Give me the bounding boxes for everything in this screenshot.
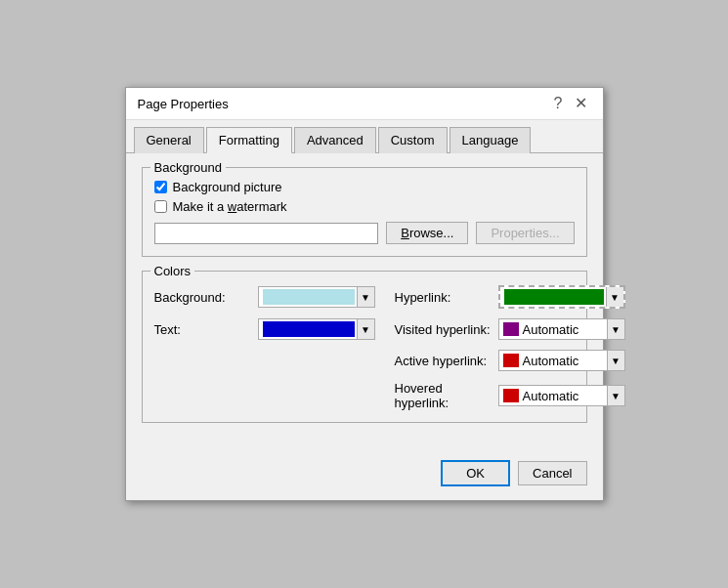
hovered-hyperlink-select[interactable]: Automatic ▼ [498, 385, 625, 406]
background-picture-label[interactable]: Background picture [173, 180, 282, 194]
title-bar: Page Properties ? ✕ [126, 88, 603, 120]
browse-button[interactable]: Browse... [386, 222, 468, 244]
file-row: Browse... Properties... [154, 222, 575, 244]
colors-grid: Background: ▼ Hyperlink: ▼ Tex [154, 285, 575, 410]
dialog-content: Background Background picture Make it a … [126, 153, 603, 450]
watermark-label[interactable]: Make it a watermark [173, 199, 287, 214]
page-properties-dialog: Page Properties ? ✕ General Formatting A… [125, 87, 604, 501]
background-picture-checkbox[interactable] [154, 181, 167, 193]
hyperlink-color-row: Hyperlink: ▼ [395, 285, 625, 309]
hyperlink-label: Hyperlink: [395, 290, 492, 305]
help-button[interactable]: ? [550, 96, 567, 111]
colors-group: Colors Background: ▼ Hyperlink: ▼ [142, 271, 587, 423]
watermark-checkbox[interactable] [154, 200, 167, 213]
text-color-select[interactable]: ▼ [258, 318, 375, 340]
background-color-select[interactable]: ▼ [258, 286, 375, 308]
hyperlink-color-swatch [504, 289, 604, 305]
title-bar-controls: ? ✕ [550, 96, 591, 111]
title-bar-left: Page Properties [138, 97, 229, 111]
hovered-auto-text: Automatic [523, 389, 607, 403]
background-color-swatch [263, 289, 355, 305]
ok-button[interactable]: OK [441, 460, 510, 486]
tab-general[interactable]: General [134, 127, 204, 153]
hovered-dropdown-arrow: ▼ [607, 386, 624, 405]
active-hyperlink-row: Active hyperlink: Automatic ▼ [395, 350, 625, 371]
close-button[interactable]: ✕ [571, 96, 591, 111]
colors-group-label: Colors [150, 264, 195, 278]
active-dropdown-arrow: ▼ [607, 351, 624, 370]
active-color-swatch [503, 354, 519, 367]
dialog-title: Page Properties [138, 97, 229, 111]
visited-auto-text: Automatic [523, 322, 607, 337]
visited-hyperlink-row: Visited hyperlink: Automatic ▼ [395, 318, 625, 340]
visited-dropdown-arrow: ▼ [607, 319, 624, 339]
background-group-content: Background picture Make it a watermark B… [154, 180, 575, 244]
tab-custom[interactable]: Custom [378, 127, 448, 153]
text-dropdown-arrow: ▼ [357, 319, 374, 339]
background-picture-row: Background picture [154, 180, 575, 194]
text-color-row: Text: ▼ [154, 318, 375, 340]
active-hyperlink-select[interactable]: Automatic ▼ [498, 350, 625, 371]
background-color-row: Background: ▼ [154, 285, 375, 309]
text-color-swatch [263, 321, 355, 337]
watermark-underline: w [228, 199, 236, 214]
background-dropdown-arrow: ▼ [357, 287, 374, 307]
tab-bar: General Formatting Advanced Custom Langu… [126, 120, 603, 153]
background-group-label: Background [150, 160, 226, 175]
hyperlink-color-select[interactable]: ▼ [498, 285, 625, 309]
hovered-color-swatch [503, 389, 519, 402]
background-color-label: Background: [154, 290, 252, 305]
visited-hyperlink-select[interactable]: Automatic ▼ [498, 318, 625, 340]
tab-formatting[interactable]: Formatting [206, 127, 292, 153]
watermark-row: Make it a watermark [154, 199, 575, 214]
tab-language[interactable]: Language [450, 127, 532, 153]
hyperlink-dropdown-arrow: ▼ [606, 287, 623, 307]
visited-color-swatch [503, 322, 519, 336]
active-auto-text: Automatic [523, 354, 607, 368]
cancel-button[interactable]: Cancel [518, 461, 586, 485]
spacer-left2 [154, 381, 375, 410]
spacer-left [154, 350, 375, 371]
hovered-hyperlink-row: Hovered hyperlink: Automatic ▼ [395, 381, 625, 410]
hovered-hyperlink-label: Hovered hyperlink: [395, 381, 492, 410]
tab-advanced[interactable]: Advanced [294, 127, 376, 153]
dialog-footer: OK Cancel [126, 450, 603, 500]
text-color-label: Text: [154, 322, 252, 337]
properties-button[interactable]: Properties... [476, 222, 574, 244]
visited-hyperlink-label: Visited hyperlink: [395, 322, 492, 337]
file-path-input[interactable] [154, 223, 379, 244]
background-group: Background Background picture Make it a … [142, 167, 587, 257]
active-hyperlink-label: Active hyperlink: [395, 354, 492, 368]
